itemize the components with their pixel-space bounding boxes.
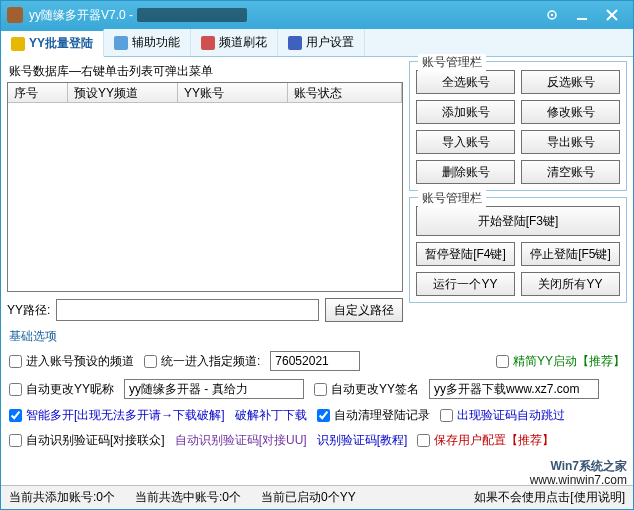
title-blurred [137,8,247,22]
app-icon [7,7,23,23]
checkbox-label: 自动更改YY签名 [331,381,419,398]
tab-label: 辅助功能 [132,34,180,51]
captcha-skip-checkbox[interactable]: 出现验证码自动跳过 [440,407,565,424]
auto-sig-checkbox[interactable]: 自动更改YY签名 [314,381,419,398]
table-header: 序号 预设YY频道 YY账号 账号状态 [8,83,402,103]
edit-account-button[interactable]: 修改账号 [521,100,620,124]
status-running: 当前已启动0个YY [261,489,356,506]
select-all-button[interactable]: 全选账号 [416,70,515,94]
col-status: 账号状态 [288,83,402,102]
custom-path-button[interactable]: 自定义路径 [325,298,403,322]
tab-label: YY批量登陆 [29,35,93,52]
watermark: Win7系统之家 www.winwin7.com [530,458,627,487]
import-account-button[interactable]: 导入账号 [416,130,515,154]
tab-channel-flower[interactable]: 频道刷花 [191,29,278,56]
col-preset-channel: 预设YY频道 [68,83,178,102]
tool-icon [114,36,128,50]
col-account: YY账号 [178,83,288,102]
status-added: 当前共添加账号:0个 [9,489,115,506]
login-control-group: 账号管理栏 开始登陆[F3键] 暂停登陆[F4键] 停止登陆[F5键] 运行一个… [409,197,627,303]
users-icon [288,36,302,50]
invert-select-button[interactable]: 反选账号 [521,70,620,94]
table-hint: 账号数据库—右键单击列表可弹出菜单 [7,61,403,82]
tab-user-settings[interactable]: 用户设置 [278,29,365,56]
add-account-button[interactable]: 添加账号 [416,100,515,124]
smart-multi-checkbox[interactable]: 智能多开[出现无法多开请→下载破解] [9,407,225,424]
tab-label: 频道刷花 [219,34,267,51]
auto-clear-checkbox[interactable]: 自动清理登陆记录 [317,407,430,424]
checkbox-label: 保存用户配置【推荐】 [434,432,554,449]
face-icon [11,37,25,51]
window-title: yy随缘多开器V7.0 - [29,7,133,24]
svg-rect-2 [577,18,587,20]
delete-account-button[interactable]: 删除账号 [416,160,515,184]
status-selected: 当前共选中账号:0个 [135,489,241,506]
checkbox-label: 自动清理登陆记录 [334,407,430,424]
yy-path-input[interactable] [56,299,319,321]
enter-preset-checkbox[interactable]: 进入账号预设的频道 [9,353,134,370]
checkbox-label: 统一进入指定频道: [161,353,260,370]
auto-nick-checkbox[interactable]: 自动更改YY昵称 [9,381,114,398]
save-config-checkbox[interactable]: 保存用户配置【推荐】 [417,432,554,449]
account-table[interactable]: 序号 预设YY频道 YY账号 账号状态 [7,82,403,292]
sig-input[interactable] [429,379,599,399]
title-bar: yy随缘多开器V7.0 - [1,1,633,29]
checkbox-label: 精简YY启动【推荐】 [513,353,625,370]
group-title: 账号管理栏 [418,190,486,207]
auto-captcha-uu-link[interactable]: 自动识别验证码[对接UU] [175,432,307,449]
group-title: 账号管理栏 [418,54,486,71]
export-account-button[interactable]: 导出账号 [521,130,620,154]
path-label: YY路径: [7,302,50,319]
unified-enter-checkbox[interactable]: 统一进入指定频道: [144,353,260,370]
checkbox-label: 自动识别验证码[对接联众] [26,432,165,449]
auto-captcha-lian-checkbox[interactable]: 自动识别验证码[对接联众] [9,432,165,449]
watermark-title: Win7系统之家 [550,459,627,473]
clear-account-button[interactable]: 清空账号 [521,160,620,184]
start-login-button[interactable]: 开始登陆[F3键] [416,206,620,236]
col-index: 序号 [8,83,68,102]
tab-helper[interactable]: 辅助功能 [104,29,191,56]
close-all-button[interactable]: 关闭所有YY [521,272,620,296]
pause-login-button[interactable]: 暂停登陆[F4键] [416,242,515,266]
account-manage-group: 账号管理栏 全选账号 反选账号 添加账号 修改账号 导入账号 导出账号 删除账号… [409,61,627,191]
settings-icon[interactable] [537,5,567,25]
status-help: 如果不会使用点击[使用说明] [474,489,625,506]
basic-options-label: 基础选项 [9,328,633,345]
tab-label: 用户设置 [306,34,354,51]
close-icon[interactable] [597,5,627,25]
unified-channel-input[interactable] [270,351,360,371]
lite-launch-checkbox[interactable]: 精简YY启动【推荐】 [496,353,625,370]
tab-batch-login[interactable]: YY批量登陆 [1,29,104,57]
svg-point-1 [551,14,553,16]
flower-icon [201,36,215,50]
nick-input[interactable] [124,379,304,399]
minimize-icon[interactable] [567,5,597,25]
captcha-tutorial-link[interactable]: 识别验证码[教程] [317,432,408,449]
tab-bar: YY批量登陆 辅助功能 频道刷花 用户设置 [1,29,633,57]
patch-download-link[interactable]: 破解补丁下载 [235,407,307,424]
checkbox-label: 自动更改YY昵称 [26,381,114,398]
checkbox-label: 智能多开[出现无法多开请→下载破解] [26,407,225,424]
run-one-button[interactable]: 运行一个YY [416,272,515,296]
checkbox-label: 进入账号预设的频道 [26,353,134,370]
stop-login-button[interactable]: 停止登陆[F5键] [521,242,620,266]
status-bar: 当前共添加账号:0个 当前共选中账号:0个 当前已启动0个YY 如果不会使用点击… [1,485,633,509]
checkbox-label: 出现验证码自动跳过 [457,407,565,424]
